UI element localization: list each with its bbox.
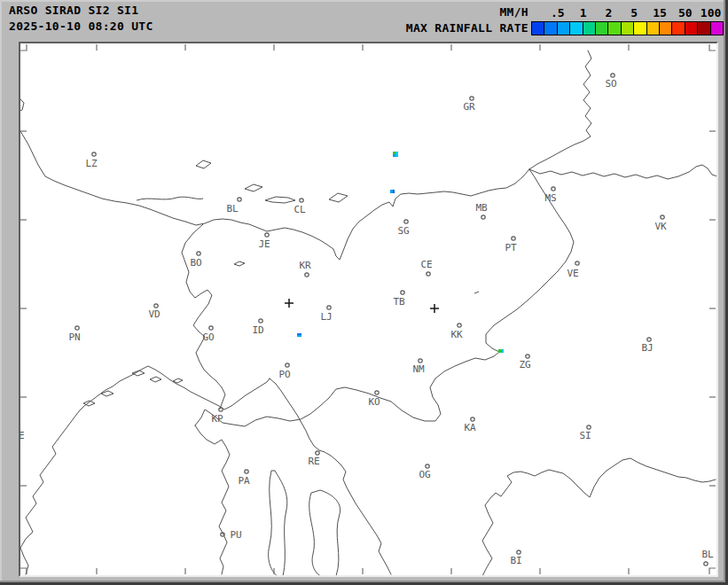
grid-ticks <box>20 44 716 574</box>
radar-window: ARSO SIRAD SI2 SI1 2025-10-10 08:20 UTC … <box>0 0 728 585</box>
city-markers: LZGRSOBLCLMSMBVKSGJEPTBOKRCEVETBLJIDGOVD… <box>20 74 714 566</box>
city-marker: JE <box>258 233 270 250</box>
city-dot <box>238 198 241 201</box>
city-marker: CE <box>420 259 432 276</box>
city-dot <box>426 464 429 468</box>
border-slo-hr <box>195 169 574 426</box>
city-marker: KO <box>368 391 380 408</box>
map-features <box>20 98 479 575</box>
colorbar-box <box>595 21 608 35</box>
city-dot <box>327 306 331 309</box>
lake-1 <box>245 184 262 191</box>
city-label: VD <box>148 308 160 320</box>
city-dot <box>265 233 269 237</box>
scale-title: MAX RAINFALL RATE <box>293 22 528 35</box>
city-marker: VD <box>148 304 160 320</box>
scale-tick-label: 5 <box>630 6 638 20</box>
city-label: PN <box>68 332 80 343</box>
city-dot <box>611 74 614 77</box>
city-dot <box>197 252 200 255</box>
ridge-3 <box>137 197 203 200</box>
border-at-hu <box>529 51 591 169</box>
istria-east-line <box>195 425 230 574</box>
blob-nw <box>20 98 24 113</box>
border-north <box>20 131 529 260</box>
city-dot <box>401 291 404 294</box>
city-label: KK <box>450 329 463 340</box>
scale-tick-label: 50 <box>678 6 693 20</box>
city-label: OG <box>419 469 430 480</box>
colorbar-box <box>544 21 557 35</box>
scale-tick-label: 100 <box>701 6 721 20</box>
city-label: BO <box>190 257 201 269</box>
city-marker: RE <box>308 451 319 467</box>
city-marker: TB <box>393 291 405 308</box>
rain-cell <box>393 152 395 154</box>
colorbar-box <box>621 21 634 35</box>
city-dot <box>517 550 521 554</box>
city-dot <box>575 261 579 265</box>
city-dot <box>471 417 474 421</box>
scale-tick-label: 2 <box>605 6 612 20</box>
border-ita-slo <box>182 224 225 409</box>
city-marker: LZ <box>85 152 98 169</box>
city-dot <box>286 363 289 367</box>
colorbar-box <box>697 21 710 35</box>
city-dot <box>647 338 651 341</box>
city-label: MB <box>475 202 488 214</box>
city-dot <box>704 562 708 566</box>
scale-tick-label: 15 <box>653 6 667 20</box>
colorbar-box <box>671 21 685 35</box>
colorbar-box <box>659 21 672 35</box>
city-label: GO <box>202 332 214 343</box>
colorbar-box <box>531 21 544 35</box>
city-label: SI <box>579 430 591 441</box>
city-dot <box>92 152 96 156</box>
city-label: CL <box>294 204 306 215</box>
city-label: MS <box>544 192 556 204</box>
city-marker: BL <box>701 549 714 566</box>
city-dot <box>209 326 213 330</box>
city-marker: KP <box>211 408 223 425</box>
rain-cell <box>297 335 301 337</box>
colorbar-box <box>557 21 570 35</box>
city-marker: GR <box>463 97 475 113</box>
rain-cell <box>297 333 301 335</box>
ridge-2 <box>196 160 211 168</box>
city-marker: ZG <box>519 355 530 370</box>
city-label: JE <box>258 238 270 250</box>
coastline-kvarner <box>270 378 391 574</box>
lake-2 <box>265 197 295 203</box>
city-marker: BE <box>20 429 25 441</box>
scale-tick-labels: .51251550100 <box>0 6 728 20</box>
city-marker: KK <box>450 324 463 340</box>
city-dot <box>552 187 555 191</box>
city-marker: ID <box>252 319 263 336</box>
city-dot <box>154 304 158 308</box>
city-label: BL <box>226 203 239 214</box>
city-marker: BI <box>510 550 521 566</box>
city-label: PU <box>230 529 241 541</box>
city-marker: PO <box>278 363 290 380</box>
city-marker: SO <box>605 74 616 90</box>
border-hu-east <box>529 165 716 179</box>
city-label: BI <box>510 555 521 566</box>
colorbar-box <box>633 21 646 35</box>
rain-cell <box>502 349 504 353</box>
rain-cell <box>390 190 393 193</box>
city-label: BJ <box>641 342 653 354</box>
city-label: SO <box>605 78 616 90</box>
city-label: PO <box>278 369 290 380</box>
country-borders <box>20 51 716 575</box>
colorbar-box <box>646 21 660 35</box>
ridge-1 <box>329 193 348 202</box>
city-marker: NM <box>412 359 425 375</box>
city-marker: PA <box>238 470 250 487</box>
city-label: CE <box>420 259 432 270</box>
island-cres <box>269 471 287 575</box>
rain-cell <box>395 152 398 154</box>
corner-mark-br <box>709 568 716 574</box>
city-dot <box>316 451 319 455</box>
city-dot <box>526 355 529 358</box>
city-marker: GO <box>202 326 214 343</box>
